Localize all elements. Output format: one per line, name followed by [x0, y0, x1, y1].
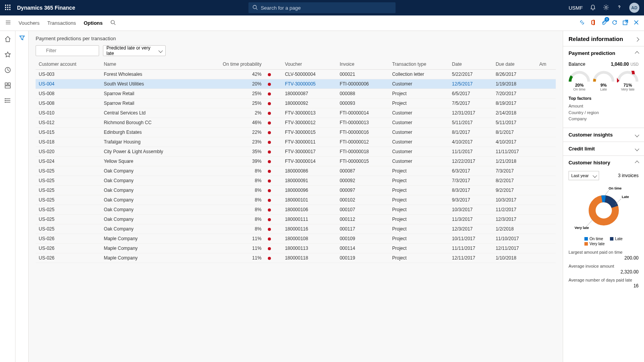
prediction-filter-dropdown[interactable]: Predicted late or very late [103, 45, 166, 56]
column-header[interactable]: Customer account [36, 59, 101, 70]
office-icon[interactable] [590, 19, 596, 27]
table-row[interactable]: US-025Oak Company8%180000111000112Projec… [36, 215, 556, 224]
cell-account[interactable]: US-025 [36, 205, 101, 215]
table-row[interactable]: US-025Oak Company8%180000116000117Projec… [36, 224, 556, 234]
cell-voucher[interactable]: 180000086 [282, 166, 337, 176]
table-row[interactable]: US-003Forest Wholesales42%CLV-5000000400… [36, 70, 556, 79]
cell-account[interactable]: US-012 [36, 118, 101, 128]
workspace-icon[interactable] [4, 82, 11, 89]
cell-account[interactable]: US-015 [36, 128, 101, 137]
cell-account[interactable]: US-025 [36, 166, 101, 176]
column-header[interactable]: Voucher [282, 59, 337, 70]
table-row[interactable]: US-020City Power & Light Assembly35%FTV-… [36, 147, 556, 157]
table-row[interactable]: US-025Oak Company8%180000096000097Projec… [36, 186, 556, 195]
cell-voucher[interactable]: 180000091 [282, 176, 337, 186]
cell-voucher[interactable]: 180000118 [282, 253, 337, 263]
tab-vouchers[interactable]: Vouchers [19, 19, 39, 27]
cell-account[interactable]: US-024 [36, 157, 101, 166]
refresh-icon[interactable] [611, 19, 618, 27]
table-row[interactable]: US-024Yellow Square39%FTV-30000014FTI-00… [36, 157, 556, 166]
cell-voucher[interactable]: FTV-30000011 [282, 137, 337, 147]
cell-account[interactable]: US-025 [36, 224, 101, 234]
cell-voucher[interactable]: 180000106 [282, 205, 337, 215]
cell-voucher[interactable]: FTV-30000015 [282, 128, 337, 137]
cell-voucher[interactable]: 180000101 [282, 195, 337, 205]
tab-transactions[interactable]: Transactions [47, 19, 76, 27]
link-icon[interactable] [579, 19, 585, 27]
column-header[interactable]: Due date [493, 59, 536, 70]
cell-voucher[interactable]: 180000087 [282, 89, 337, 99]
tab-options[interactable]: Options [84, 19, 103, 27]
table-row[interactable]: US-026Maple Company11%180000108000109Pro… [36, 234, 556, 244]
customer-history-header[interactable]: Customer history [563, 156, 644, 169]
table-row[interactable]: US-025Oak Company8%180000101000102Projec… [36, 195, 556, 205]
search-small-icon[interactable] [110, 20, 116, 26]
table-row[interactable]: US-008Sparrow Retail25%180000092000093Pr… [36, 99, 556, 108]
cell-voucher[interactable]: 180000096 [282, 186, 337, 195]
hamburger-icon[interactable] [5, 20, 11, 26]
column-header[interactable]: Invoice [337, 59, 389, 70]
table-row[interactable]: US-026Maple Company11%180000118000119Pro… [36, 253, 556, 263]
bell-icon[interactable] [590, 4, 596, 12]
column-header[interactable] [265, 59, 282, 70]
cell-account[interactable]: US-025 [36, 186, 101, 195]
cell-account[interactable]: US-025 [36, 176, 101, 186]
cell-account[interactable]: US-008 [36, 99, 101, 108]
star-icon[interactable] [4, 51, 11, 58]
close-icon[interactable] [633, 19, 639, 27]
help-icon[interactable] [616, 4, 622, 12]
table-row[interactable]: US-025Oak Company8%180000106000107Projec… [36, 205, 556, 215]
cell-voucher[interactable]: FTV-30000005 [282, 79, 337, 89]
recent-icon[interactable] [4, 67, 11, 73]
related-info-header[interactable]: Related information [563, 31, 644, 46]
cell-account[interactable]: US-025 [36, 195, 101, 205]
cell-voucher[interactable]: FTV-30000014 [282, 157, 337, 166]
column-header[interactable]: Name [101, 59, 198, 70]
column-header[interactable]: Date [449, 59, 493, 70]
cell-voucher[interactable]: 180000108 [282, 234, 337, 244]
cell-voucher[interactable]: FTV-30000017 [282, 147, 337, 157]
cell-account[interactable]: US-004 [36, 79, 101, 89]
avatar[interactable]: AD [629, 3, 639, 13]
cell-voucher[interactable]: FTV-30000013 [282, 108, 337, 118]
gear-icon[interactable] [603, 4, 609, 12]
cell-voucher[interactable]: CLV-50000004 [282, 70, 337, 79]
table-row[interactable]: US-026Maple Company11%180000113000114Pro… [36, 244, 556, 253]
cell-account[interactable]: US-026 [36, 244, 101, 253]
table-row[interactable]: US-008Sparrow Retail25%180000087000088Pr… [36, 89, 556, 99]
cell-voucher[interactable]: FTV-30000012 [282, 118, 337, 128]
cell-account[interactable]: US-025 [36, 215, 101, 224]
home-icon[interactable] [4, 36, 11, 43]
table-row[interactable]: US-004South West Utilities20%FTV-3000000… [36, 79, 556, 89]
filter-pane-toggle[interactable] [15, 31, 29, 362]
grid-filter-input[interactable] [36, 45, 99, 56]
cell-voucher[interactable]: 180000111 [282, 215, 337, 224]
table-row[interactable]: US-018Trafalgar Housing23%FTV-30000011FT… [36, 137, 556, 147]
popout-icon[interactable] [622, 19, 629, 27]
payment-prediction-header[interactable]: Payment prediction [563, 46, 644, 60]
column-header[interactable]: Am [536, 59, 556, 70]
table-row[interactable]: US-025Oak Company8%180000091000092Projec… [36, 176, 556, 186]
app-launcher-icon[interactable] [0, 5, 15, 11]
customer-insights-header[interactable]: Customer insights [563, 128, 644, 142]
history-range-select[interactable]: Last year [569, 171, 599, 180]
table-row[interactable]: US-012Richmond Borough CC46%FTV-30000012… [36, 118, 556, 128]
attach-icon[interactable] [601, 19, 607, 27]
table-row[interactable]: US-015Edinburgh Estates22%FTV-30000015FT… [36, 128, 556, 137]
cell-voucher[interactable]: 180000092 [282, 99, 337, 108]
cell-account[interactable]: US-008 [36, 89, 101, 99]
global-search[interactable]: Search for a page [248, 2, 396, 13]
cell-account[interactable]: US-010 [36, 108, 101, 118]
credit-limit-header[interactable]: Credit limit [563, 142, 644, 155]
cell-account[interactable]: US-018 [36, 137, 101, 147]
column-header[interactable]: Transaction type [389, 59, 449, 70]
table-row[interactable]: US-010Central Services Ltd2%FTV-30000013… [36, 108, 556, 118]
cell-voucher[interactable]: 180000113 [282, 244, 337, 253]
modules-icon[interactable] [4, 97, 11, 104]
cell-account[interactable]: US-003 [36, 70, 101, 79]
company-code[interactable]: USMF [569, 5, 583, 11]
cell-account[interactable]: US-020 [36, 147, 101, 157]
column-header[interactable]: On time probability [198, 59, 265, 70]
cell-voucher[interactable]: 180000116 [282, 224, 337, 234]
cell-account[interactable]: US-026 [36, 234, 101, 244]
